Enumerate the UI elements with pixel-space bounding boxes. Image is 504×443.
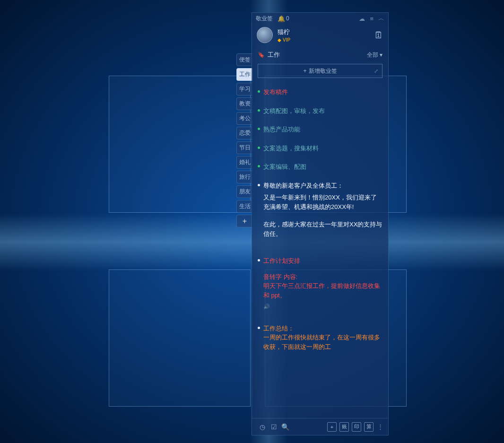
checklist-icon[interactable]: ☑ (268, 423, 279, 431)
app-title: 敬业签 (256, 15, 273, 23)
side-tab-travel[interactable]: 旅行 (236, 171, 252, 183)
note-body: 在此，感谢大家在过去一年里对XX的支持与信任。 (263, 220, 382, 238)
notes-list: 发布稿件 文稿配图，审核，发布 熟悉产品功能 文案选题，搜集材料 文案编辑、配图… (252, 83, 388, 418)
note-item[interactable]: 文稿配图，审核，发布 (258, 102, 382, 121)
speaker-icon: 🔊 (263, 303, 382, 311)
avatar[interactable] (257, 27, 273, 43)
expand-icon: ⤢ (374, 68, 378, 74)
side-tab-work[interactable]: 工作 (236, 68, 252, 81)
note-title: 文稿配图，审核，发布 (263, 106, 382, 116)
side-tab-life[interactable]: 生活 (236, 200, 252, 213)
side-tab-friend[interactable]: 朋友 (236, 185, 252, 198)
titlebar: 敬业签 🔔 0 ☁ ≡ ︿ (252, 13, 388, 24)
note-item[interactable]: 尊敬的新老客户及全体员工： 又是一年新来到！惜别20XX，我们迎来了充满希望、机… (258, 176, 382, 243)
cloud-sync-icon[interactable]: ☁ (359, 15, 365, 22)
bell-icon[interactable]: 🔔 (278, 15, 285, 22)
section-title: 工作 (268, 51, 280, 59)
note-title: 尊敬的新老客户及全体员工： (263, 181, 382, 191)
section-header: 🔖 工作 全部 ▾ (252, 48, 388, 62)
side-tab-wedding[interactable]: 婚礼 (236, 156, 252, 169)
side-tab-exam[interactable]: 考公 (236, 112, 252, 125)
clock-icon[interactable]: ◷ (257, 423, 268, 431)
note-item[interactable]: 发布稿件 (258, 83, 382, 102)
bottombar: ◷ ☑ 🔍 + 账 印 算 ⋮ (252, 418, 388, 435)
side-tab-love[interactable]: 恋爱 (236, 127, 252, 139)
collapse-icon[interactable]: ︿ (378, 14, 384, 23)
menu-icon[interactable]: ≡ (370, 15, 374, 22)
note-body: 又是一年新来到！惜别20XX，我们迎来了充满希望、机遇和挑战的20XX年! (263, 193, 382, 211)
note-title: 工作总结： (263, 324, 382, 333)
side-tab-holiday[interactable]: 节日 (236, 141, 252, 154)
bell-count: 0 (286, 15, 289, 22)
app-window: 敬业签 🔔 0 ☁ ≡ ︿ 猫柠 ◆ VIP 🗓 🔖 工作 全部 ▾ + 新增敬… (252, 12, 389, 435)
bookmark-icon: 🔖 (258, 52, 265, 58)
note-sub-label: 音转字 内容: (263, 272, 382, 282)
filter-dropdown[interactable]: 全部 ▾ (367, 51, 382, 59)
calc-button[interactable]: 算 (364, 422, 374, 432)
side-tabs: 便签 工作 学习 教资 考公 恋爱 节日 婚礼 旅行 朋友 生活 + (236, 53, 252, 229)
add-note-label: 新增敬业签 (309, 67, 337, 75)
add-button[interactable]: + (327, 422, 337, 432)
calendar-icon[interactable]: 🗓 (374, 30, 383, 41)
side-tab-teach[interactable]: 教资 (236, 97, 252, 110)
note-title: 熟悉产品功能 (263, 125, 382, 134)
chevron-down-icon: ▾ (380, 52, 382, 58)
side-tab-study[interactable]: 学习 (236, 83, 252, 96)
note-title: 文案编辑、配图 (263, 162, 382, 172)
note-item[interactable]: 工作计划安排 音转字 内容: 明天下午三点汇报工作，提前做好信息收集和 ppt。… (258, 252, 382, 315)
note-item[interactable]: 工作总结： 一周的工作很快就结束了，在这一周有很多收获，下面就这一周的工 (258, 319, 382, 356)
account-button[interactable]: 账 (339, 422, 349, 432)
note-title: 工作计划安排 (263, 256, 382, 266)
side-tab-notes[interactable]: 便签 (236, 53, 252, 66)
user-row: 猫柠 ◆ VIP 🗓 (252, 24, 388, 48)
diamond-icon: ◆ (278, 37, 281, 43)
note-sub: 明天下午三点汇报工作，提前做好信息收集和 ppt。 (263, 281, 382, 300)
note-item[interactable]: 熟悉产品功能 (258, 120, 382, 139)
plus-icon: + (303, 68, 306, 74)
side-tab-add[interactable]: + (236, 215, 252, 227)
stamp-button[interactable]: 印 (352, 422, 361, 432)
vip-label: VIP (283, 37, 290, 43)
note-body: 一周的工作很快就结束了，在这一周有很多收获，下面就这一周的工 (263, 333, 382, 351)
user-name: 猫柠 (278, 28, 374, 36)
more-icon[interactable]: ⋮ (377, 423, 383, 430)
note-item[interactable]: 文案选题，搜集材料 (258, 139, 382, 158)
note-item[interactable]: 文案编辑、配图 (258, 157, 382, 176)
vip-badge: ◆ VIP (278, 37, 374, 43)
search-icon[interactable]: 🔍 (279, 423, 291, 431)
note-title: 发布稿件 (263, 87, 382, 97)
note-title: 文案选题，搜集材料 (263, 144, 382, 153)
add-note-button[interactable]: + 新增敬业签 ⤢ (258, 64, 382, 78)
